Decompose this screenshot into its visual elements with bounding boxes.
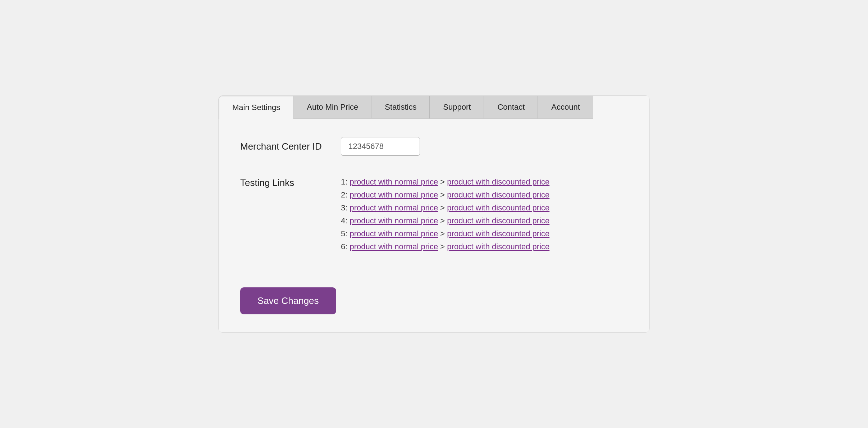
tabs-bar: Main Settings Auto Min Price Statistics …: [219, 96, 649, 119]
list-item: 1: product with normal price > product w…: [341, 177, 549, 187]
link-index: 5:: [341, 229, 350, 238]
normal-price-link-6[interactable]: product with normal price: [350, 242, 438, 251]
separator-1: >: [438, 177, 447, 186]
testing-links-label: Testing Links: [240, 177, 341, 188]
discounted-price-link-6[interactable]: product with discounted price: [447, 242, 549, 251]
link-index: 6:: [341, 242, 350, 251]
testing-links-row: Testing Links 1: product with normal pri…: [240, 177, 628, 251]
separator-6: >: [438, 242, 447, 251]
link-index: 4:: [341, 216, 350, 225]
tab-account[interactable]: Account: [538, 96, 593, 119]
separator-5: >: [438, 229, 447, 238]
tab-statistics[interactable]: Statistics: [371, 96, 430, 119]
list-item: 2: product with normal price > product w…: [341, 190, 549, 200]
merchant-center-input[interactable]: [341, 137, 420, 156]
tab-support[interactable]: Support: [430, 96, 484, 119]
normal-price-link-2[interactable]: product with normal price: [350, 190, 438, 199]
link-index: 3:: [341, 203, 350, 212]
list-item: 4: product with normal price > product w…: [341, 216, 549, 226]
normal-price-link-1[interactable]: product with normal price: [350, 177, 438, 186]
tab-contact[interactable]: Contact: [484, 96, 538, 119]
merchant-center-label: Merchant Center ID: [240, 141, 341, 152]
merchant-center-row: Merchant Center ID: [240, 137, 628, 156]
tab-main-settings[interactable]: Main Settings: [219, 96, 293, 119]
main-container: Main Settings Auto Min Price Statistics …: [218, 95, 650, 333]
tab-auto-min-price[interactable]: Auto Min Price: [293, 96, 371, 119]
list-item: 6: product with normal price > product w…: [341, 242, 549, 251]
normal-price-link-3[interactable]: product with normal price: [350, 203, 438, 212]
normal-price-link-5[interactable]: product with normal price: [350, 229, 438, 238]
discounted-price-link-5[interactable]: product with discounted price: [447, 229, 549, 238]
separator-3: >: [438, 203, 447, 212]
discounted-price-link-1[interactable]: product with discounted price: [447, 177, 549, 186]
separator-2: >: [438, 190, 447, 199]
testing-links-container: 1: product with normal price > product w…: [341, 177, 549, 251]
separator-4: >: [438, 216, 447, 225]
link-index: 1:: [341, 177, 350, 186]
discounted-price-link-4[interactable]: product with discounted price: [447, 216, 549, 225]
normal-price-link-4[interactable]: product with normal price: [350, 216, 438, 225]
save-button[interactable]: Save Changes: [240, 287, 336, 314]
list-item: 5: product with normal price > product w…: [341, 229, 549, 238]
discounted-price-link-3[interactable]: product with discounted price: [447, 203, 549, 212]
link-index: 2:: [341, 190, 350, 199]
list-item: 3: product with normal price > product w…: [341, 203, 549, 213]
discounted-price-link-2[interactable]: product with discounted price: [447, 190, 549, 199]
content-area: Merchant Center ID Testing Links 1: prod…: [219, 119, 649, 332]
